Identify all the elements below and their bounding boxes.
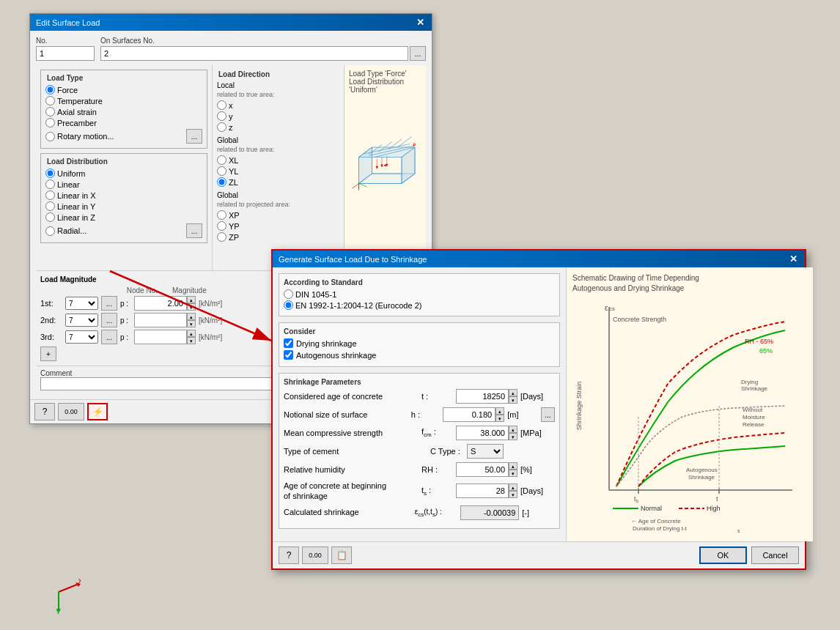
row3-unit: [kN/m²] [199,333,222,341]
param-ts-input[interactable] [456,483,509,498]
row3-p-down[interactable]: ▾ [187,337,196,344]
svg-text:Drying: Drying [741,379,758,385]
shrinkage-dialog-close-button[interactable]: ✕ [788,253,799,264]
load-dist-lineary-radio[interactable] [45,201,55,211]
row2-p-input[interactable] [134,313,187,327]
according-to-standard-title: According to Standard [284,278,555,286]
dir-zp-radio[interactable] [217,232,226,242]
param-notional-up[interactable]: ▴ [495,407,504,415]
param-strength-down[interactable]: ▾ [509,433,517,440]
standard-en-radio[interactable] [284,300,293,310]
load-type-rotary-radio[interactable] [45,132,55,141]
row3-p-input[interactable] [134,330,187,344]
on-surfaces-input[interactable] [100,46,408,61]
load-type-axialstrain-radio[interactable] [45,107,55,116]
row2-p-up[interactable]: ▴ [187,313,196,320]
row1-p-up[interactable]: ▴ [187,296,196,303]
param-strength-input[interactable] [456,426,509,440]
param-cement-select[interactable]: S N R [467,444,504,459]
dir-z-radio[interactable] [217,122,226,132]
axes-widget: x y [37,563,81,615]
magnitude-col-header: Magnitude [172,286,207,294]
svg-text:ε: ε [605,304,608,312]
on-surfaces-select-button[interactable]: ... [410,46,426,61]
load-type-precamber-radio[interactable] [45,118,55,127]
row1-node-select[interactable]: 7 [65,297,98,310]
dir-y-radio[interactable] [217,111,226,121]
shrinkage-copy-button[interactable]: 📋 [331,546,352,564]
param-strength-up[interactable]: ▴ [509,426,517,433]
param-notional-down[interactable]: ▾ [495,415,504,422]
load-type-force-radio[interactable] [45,85,55,94]
row2-p-down[interactable]: ▾ [187,320,196,327]
param-calc-unit: [-] [522,508,555,517]
param-age-up[interactable]: ▴ [509,389,517,396]
param-rh-down[interactable]: ▾ [509,470,517,477]
load-type-temperature-radio[interactable] [45,96,55,105]
row1-p-input[interactable] [134,296,187,311]
dir-xp-radio[interactable] [217,210,226,220]
row3-node-select[interactable]: 7 [65,330,98,344]
row3-node-btn[interactable]: ... [101,330,117,344]
standard-din-radio[interactable] [284,289,293,299]
shrinkage-generate-button[interactable]: ⚡ [87,403,108,420]
main-dialog-close-button[interactable]: ✕ [415,17,426,28]
standard-din-label: DIN 1045-1 [295,290,336,299]
radial-options-button[interactable]: ... [186,223,202,238]
drying-shrinkage-checkbox[interactable] [284,338,293,348]
load-dist-linearx-radio[interactable] [45,190,55,200]
row2-node-select[interactable]: 7 [65,314,98,327]
load-dist-uniform-radio[interactable] [45,168,55,178]
row2-node-btn[interactable]: ... [101,313,117,327]
svg-text:Shrinkage: Shrinkage [741,385,768,392]
param-age-down[interactable]: ▾ [509,396,517,404]
add-row-button[interactable]: + [40,346,56,361]
dir-yl-radio[interactable] [217,166,226,176]
dir-y-label: y [229,112,233,121]
svg-text:cs: cs [609,305,615,312]
dir-zl-radio[interactable] [217,177,226,187]
load-type-axialstrain-label: Axial strain [57,108,97,116]
load-dist-lineary-label: Linear in Y [57,202,95,211]
load-dist-linear-radio[interactable] [45,179,55,189]
row3-p-up[interactable]: ▴ [187,330,196,337]
svg-text:Moisture: Moisture [743,414,765,420]
shrinkage-ok-button[interactable]: OK [699,546,747,564]
row1-p-down[interactable]: ▾ [187,303,196,311]
preview-text2: Load Distribution 'Uniform' [349,78,421,94]
consider-title: Consider [284,327,555,336]
param-ts-down[interactable]: ▾ [509,491,517,498]
shrinkage-zero-button[interactable]: 0.00 [302,546,328,564]
param-rh-unit: [%] [520,465,555,474]
rotary-options-button[interactable]: ... [186,129,202,144]
help-button[interactable]: ? [34,403,55,420]
param-calc-value [460,505,519,520]
no-label: No. [36,37,95,45]
autogenous-shrinkage-checkbox[interactable] [284,350,293,360]
shrinkage-dialog-titlebar: Generate Surface Load Due to Shrinkage ✕ [273,251,805,267]
shrinkage-help-button[interactable]: ? [279,546,299,564]
dir-yp-radio[interactable] [217,221,226,231]
param-notional-btn[interactable]: ... [541,407,555,422]
svg-text:← Age of Concrete: ← Age of Concrete [631,518,681,525]
load-dist-uniform-label: Uniform [57,169,86,178]
dir-x-radio[interactable] [217,100,226,110]
svg-text:Release: Release [743,421,765,428]
param-notional-input[interactable] [443,407,495,422]
shrinkage-cancel-button[interactable]: Cancel [751,546,799,564]
param-rh-input[interactable] [456,462,509,477]
row1-node-btn[interactable]: ... [101,296,117,311]
param-age-input[interactable] [456,389,509,404]
load-dist-radial-radio[interactable] [45,226,55,236]
param-ts-up[interactable]: ▴ [509,483,517,491]
param-ts-symbol: ts : [421,486,456,497]
param-rh-up[interactable]: ▴ [509,462,517,470]
dir-x-label: x [229,101,233,110]
svg-marker-23 [376,166,378,168]
no-input[interactable] [36,46,95,61]
dir-xl-radio[interactable] [217,155,226,165]
load-dist-linearz-radio[interactable] [45,212,55,222]
dir-xp-label: XP [229,211,240,220]
zero-button[interactable]: 0.00 [58,403,84,420]
dir-zp-label: ZP [229,233,239,242]
